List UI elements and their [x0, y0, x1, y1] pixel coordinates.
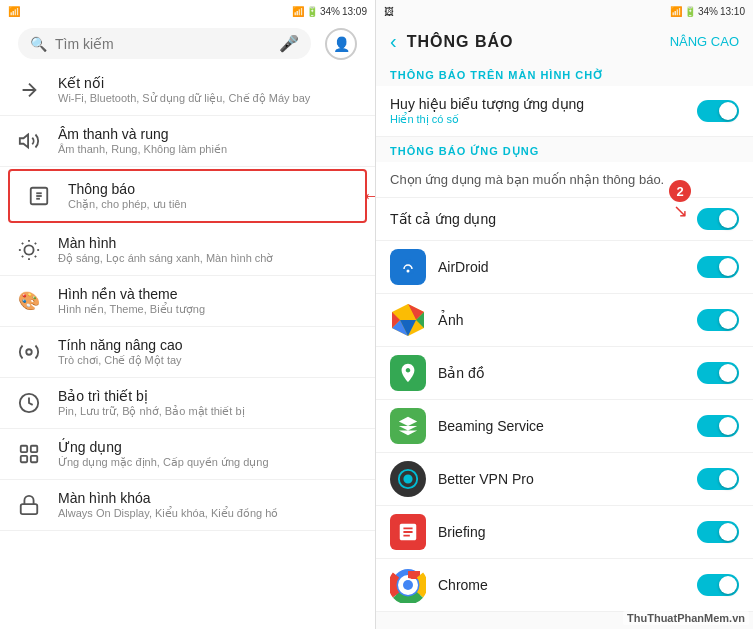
right-battery-icon: 🔋 [684, 6, 696, 17]
watermark: ThuThuatPhanMem.vn [623, 611, 749, 625]
bao-tri-icon [14, 388, 44, 418]
search-bar[interactable]: 🔍 🎤 [18, 28, 311, 59]
huy-hieu-row: Huy hiệu biểu tượng ứng dụng Hiển thị có… [376, 86, 753, 137]
signal-icon: 📶 [292, 6, 304, 17]
app-row-anh[interactable]: Ảnh [376, 294, 753, 347]
menu-item-man-hinh[interactable]: Màn hình Độ sáng, Lọc ánh sáng xanh, Màn… [0, 225, 375, 276]
tat-ca-title: Tất cả ứng dụng [390, 211, 697, 227]
chon-ung-dung-row: Chọn ứng dụng mà bạn muốn nhận thông báo… [376, 162, 753, 198]
right-status-icons: 📶 🔋 34% 13:10 [670, 6, 745, 17]
left-status-left: 📶 [8, 6, 288, 17]
man-hinh-khoa-text: Màn hình khóa Always On Display, Kiểu kh… [58, 490, 278, 520]
menu-item-bao-tri[interactable]: Bảo trì thiết bị Pin, Lưu trữ, Bộ nhớ, B… [0, 378, 375, 429]
huy-hieu-toggle[interactable] [697, 100, 739, 122]
briefing-toggle[interactable] [697, 521, 739, 543]
menu-item-man-hinh-khoa[interactable]: Màn hình khóa Always On Display, Kiểu kh… [0, 480, 375, 531]
ban-do-icon [390, 355, 426, 391]
menu-item-am-thanh[interactable]: Âm thanh và rung Âm thanh, Rung, Không l… [0, 116, 375, 167]
app-row-airdroid[interactable]: AirDroid [376, 241, 753, 294]
avatar-button[interactable]: 👤 [325, 28, 357, 60]
svg-line-12 [22, 256, 23, 257]
ket-noi-title: Kết nối [58, 75, 310, 91]
ket-noi-subtitle: Wi-Fi, Bluetooth, Sử dụng dữ liệu, Chế đ… [58, 92, 310, 105]
am-thanh-text: Âm thanh và rung Âm thanh, Rung, Không l… [58, 126, 227, 156]
ban-do-toggle[interactable] [697, 362, 739, 384]
chrome-toggle[interactable] [697, 574, 739, 596]
ung-dung-title: Ứng dụng [58, 439, 269, 455]
back-button[interactable]: ‹ [390, 30, 397, 53]
bao-tri-subtitle: Pin, Lưu trữ, Bộ nhớ, Bảo mật thiết bị [58, 405, 245, 418]
nang-cao-button[interactable]: NÂNG CAO [670, 34, 739, 49]
svg-marker-0 [20, 135, 28, 148]
menu-item-thong-bao[interactable]: Thông báo Chặn, cho phép, ưu tiên [8, 169, 367, 223]
man-hinh-icon [14, 235, 44, 265]
man-hinh-khoa-subtitle: Always On Display, Kiểu khóa, Kiểu đồng … [58, 507, 278, 520]
tat-ca-toggle[interactable] [697, 208, 739, 230]
menu-item-ung-dung[interactable]: Ứng dụng Ứng dụng mặc định, Cấp quyền ứn… [0, 429, 375, 480]
right-battery-percent: 34% [698, 6, 718, 17]
right-time: 13:10 [720, 6, 745, 17]
app-row-beaming[interactable]: Beaming Service [376, 400, 753, 453]
thong-bao-subtitle: Chặn, cho phép, ưu tiên [68, 198, 187, 211]
right-status-left: 🖼 [384, 6, 666, 17]
huy-hieu-text: Huy hiệu biểu tượng ứng dụng Hiển thị có… [390, 96, 697, 126]
mic-icon[interactable]: 🎤 [279, 34, 299, 53]
man-hinh-title: Màn hình [58, 235, 273, 251]
am-thanh-title: Âm thanh và rung [58, 126, 227, 142]
battery-percent: 34% [320, 6, 340, 17]
thong-bao-icon [24, 181, 54, 211]
svg-rect-19 [21, 504, 38, 514]
page-title: THÔNG BÁO [407, 33, 670, 51]
app-row-chrome[interactable]: Chrome [376, 559, 753, 612]
right-status-bar: 🖼 📶 🔋 34% 13:10 [376, 0, 753, 22]
app-row-ban-do[interactable]: Bản đồ [376, 347, 753, 400]
search-input[interactable] [55, 36, 271, 52]
ung-dung-subtitle: Ứng dụng mặc định, Cấp quyền ứng dụng [58, 456, 269, 469]
search-icon: 🔍 [30, 36, 47, 52]
arrow-left-icon: ← [361, 183, 375, 209]
ung-dung-icon [14, 439, 44, 469]
svg-point-33 [403, 580, 413, 590]
menu-item-hinh-nen[interactable]: 🎨 Hình nền và theme Hình nền, Theme, Biể… [0, 276, 375, 327]
tinh-nang-text: Tính năng nâng cao Trò chơi, Chế độ Một … [58, 337, 183, 367]
app-list: AirDroid Ảnh [376, 241, 753, 629]
man-hinh-subtitle: Độ sáng, Lọc ánh sáng xanh, Màn hình chờ [58, 252, 273, 265]
annotation-2-container: 2 ↘ [669, 180, 691, 220]
app-row-vpn[interactable]: Better VPN Pro [376, 453, 753, 506]
briefing-name: Briefing [438, 524, 685, 540]
svg-line-8 [22, 243, 23, 244]
menu-list: Kết nối Wi-Fi, Bluetooth, Sử dụng dữ liệ… [0, 65, 375, 629]
tinh-nang-icon [14, 337, 44, 367]
am-thanh-subtitle: Âm thanh, Rung, Không làm phiền [58, 143, 227, 156]
annotation-1-container: ← 1 [361, 183, 375, 209]
annotation-badge-2: 2 [669, 180, 691, 202]
anh-name: Ảnh [438, 312, 685, 328]
left-status-icons: 📶 🔋 34% 13:09 [292, 6, 367, 17]
svg-line-9 [35, 256, 36, 257]
svg-rect-18 [31, 456, 37, 462]
tat-ca-row: Tất cả ứng dụng 2 ↘ [376, 198, 753, 241]
chrome-name: Chrome [438, 577, 685, 593]
vpn-toggle[interactable] [697, 468, 739, 490]
anh-icon [390, 302, 426, 338]
beaming-toggle[interactable] [697, 415, 739, 437]
briefing-icon [390, 514, 426, 550]
airdroid-toggle[interactable] [697, 256, 739, 278]
chon-ung-dung-text: Chọn ứng dụng mà bạn muốn nhận thông báo… [390, 172, 664, 187]
ung-dung-text: Ứng dụng Ứng dụng mặc định, Cấp quyền ứn… [58, 439, 269, 469]
left-status-bar: 📶 📶 🔋 34% 13:09 [0, 0, 375, 22]
am-thanh-icon [14, 126, 44, 156]
right-panel: 🖼 📶 🔋 34% 13:10 ‹ THÔNG BÁO NÂNG CAO THÔ… [376, 0, 753, 629]
search-row: 🔍 🎤 👤 [0, 22, 375, 65]
beaming-icon [390, 408, 426, 444]
huy-hieu-title: Huy hiệu biểu tượng ứng dụng [390, 96, 697, 112]
menu-item-ket-noi[interactable]: Kết nối Wi-Fi, Bluetooth, Sử dụng dữ liệ… [0, 65, 375, 116]
time-left: 13:09 [342, 6, 367, 17]
tat-ca-toggle-container: 2 ↘ [697, 208, 739, 230]
menu-item-tinh-nang[interactable]: Tính năng nâng cao Trò chơi, Chế độ Một … [0, 327, 375, 378]
image-icon: 🖼 [384, 6, 394, 17]
chrome-icon [390, 567, 426, 603]
anh-toggle[interactable] [697, 309, 739, 331]
app-row-briefing[interactable]: Briefing [376, 506, 753, 559]
arrow-down-right-icon: ↘ [673, 202, 688, 220]
